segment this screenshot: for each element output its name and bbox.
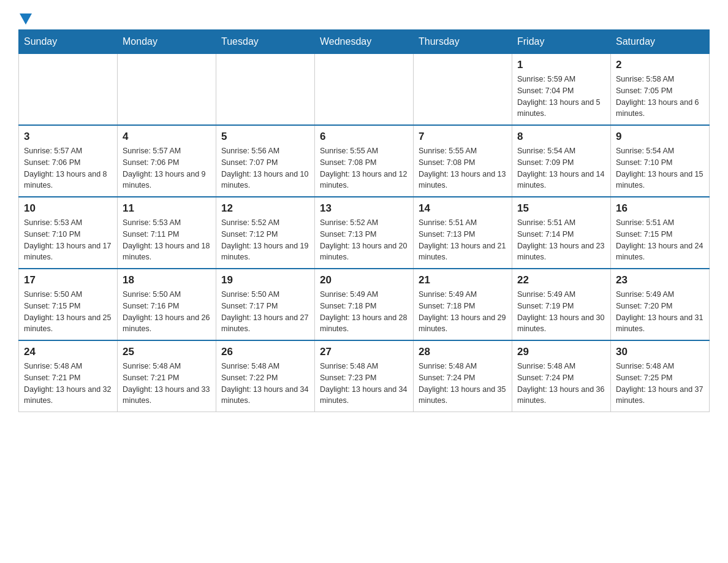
calendar-cell [216,54,315,126]
header-cell-thursday: Thursday [414,30,512,54]
header-cell-sunday: Sunday [19,30,118,54]
day-info: Sunrise: 5:50 AM Sunset: 7:15 PM Dayligh… [24,289,112,335]
day-info: Sunrise: 5:48 AM Sunset: 7:21 PM Dayligh… [24,361,112,407]
day-info: Sunrise: 5:51 AM Sunset: 7:15 PM Dayligh… [616,217,704,263]
day-number: 4 [123,131,211,143]
day-info: Sunrise: 5:54 AM Sunset: 7:09 PM Dayligh… [517,145,605,191]
calendar-cell [118,54,216,126]
day-number: 11 [123,202,211,215]
calendar-cell: 25Sunrise: 5:48 AM Sunset: 7:21 PM Dayli… [118,340,216,412]
calendar-cell: 15Sunrise: 5:51 AM Sunset: 7:14 PM Dayli… [512,197,611,269]
day-info: Sunrise: 5:59 AM Sunset: 7:04 PM Dayligh… [517,74,605,120]
day-number: 24 [24,346,112,358]
calendar-cell: 7Sunrise: 5:55 AM Sunset: 7:08 PM Daylig… [414,125,512,197]
day-number: 28 [419,346,507,358]
week-row-2: 3Sunrise: 5:57 AM Sunset: 7:06 PM Daylig… [19,125,710,197]
day-number: 10 [24,202,112,215]
calendar-cell [19,54,118,126]
day-number: 26 [221,346,309,358]
header-cell-wednesday: Wednesday [315,30,414,54]
day-number: 3 [24,131,112,143]
day-info: Sunrise: 5:49 AM Sunset: 7:18 PM Dayligh… [419,289,507,335]
day-number: 17 [24,274,112,286]
day-info: Sunrise: 5:52 AM Sunset: 7:12 PM Dayligh… [221,217,309,263]
logo-triangle-icon [20,13,32,25]
calendar-cell: 19Sunrise: 5:50 AM Sunset: 7:17 PM Dayli… [216,269,315,340]
header-row: SundayMondayTuesdayWednesdayThursdayFrid… [19,30,710,54]
calendar-cell: 9Sunrise: 5:54 AM Sunset: 7:10 PM Daylig… [611,125,710,197]
day-info: Sunrise: 5:48 AM Sunset: 7:25 PM Dayligh… [616,361,704,407]
calendar-cell: 20Sunrise: 5:49 AM Sunset: 7:18 PM Dayli… [315,269,414,340]
day-info: Sunrise: 5:52 AM Sunset: 7:13 PM Dayligh… [320,217,408,263]
calendar-cell: 13Sunrise: 5:52 AM Sunset: 7:13 PM Dayli… [315,197,414,269]
day-info: Sunrise: 5:55 AM Sunset: 7:08 PM Dayligh… [320,145,408,191]
calendar-cell: 22Sunrise: 5:49 AM Sunset: 7:19 PM Dayli… [512,269,611,340]
day-info: Sunrise: 5:51 AM Sunset: 7:13 PM Dayligh… [419,217,507,263]
calendar-header: SundayMondayTuesdayWednesdayThursdayFrid… [19,30,710,54]
calendar-cell [414,54,512,126]
day-info: Sunrise: 5:53 AM Sunset: 7:11 PM Dayligh… [123,217,211,263]
day-info: Sunrise: 5:57 AM Sunset: 7:06 PM Dayligh… [123,145,211,191]
day-info: Sunrise: 5:49 AM Sunset: 7:19 PM Dayligh… [517,289,605,335]
day-number: 25 [123,346,211,358]
day-info: Sunrise: 5:54 AM Sunset: 7:10 PM Dayligh… [616,145,704,191]
day-number: 18 [123,274,211,286]
day-number: 27 [320,346,408,358]
day-info: Sunrise: 5:58 AM Sunset: 7:05 PM Dayligh… [616,74,704,120]
day-info: Sunrise: 5:48 AM Sunset: 7:22 PM Dayligh… [221,361,309,407]
day-info: Sunrise: 5:51 AM Sunset: 7:14 PM Dayligh… [517,217,605,263]
week-row-5: 24Sunrise: 5:48 AM Sunset: 7:21 PM Dayli… [19,340,710,412]
header-cell-saturday: Saturday [611,30,710,54]
day-number: 5 [221,131,309,143]
header-cell-monday: Monday [118,30,216,54]
week-row-1: 1Sunrise: 5:59 AM Sunset: 7:04 PM Daylig… [19,54,710,126]
day-number: 30 [616,346,704,358]
day-info: Sunrise: 5:48 AM Sunset: 7:24 PM Dayligh… [517,361,605,407]
day-number: 12 [221,202,309,215]
calendar-table: SundayMondayTuesdayWednesdayThursdayFrid… [18,29,710,412]
week-row-3: 10Sunrise: 5:53 AM Sunset: 7:10 PM Dayli… [19,197,710,269]
day-number: 21 [419,274,507,286]
calendar-cell: 17Sunrise: 5:50 AM Sunset: 7:15 PM Dayli… [19,269,118,340]
day-number: 20 [320,274,408,286]
day-info: Sunrise: 5:57 AM Sunset: 7:06 PM Dayligh… [24,145,112,191]
day-number: 16 [616,202,704,215]
day-number: 19 [221,274,309,286]
day-number: 2 [616,59,704,71]
calendar-cell: 2Sunrise: 5:58 AM Sunset: 7:05 PM Daylig… [611,54,710,126]
day-info: Sunrise: 5:55 AM Sunset: 7:08 PM Dayligh… [419,145,507,191]
calendar-cell: 11Sunrise: 5:53 AM Sunset: 7:11 PM Dayli… [118,197,216,269]
day-number: 1 [517,59,605,71]
calendar-cell: 24Sunrise: 5:48 AM Sunset: 7:21 PM Dayli… [19,340,118,412]
day-info: Sunrise: 5:49 AM Sunset: 7:18 PM Dayligh… [320,289,408,335]
day-number: 15 [517,202,605,215]
calendar-cell [315,54,414,126]
day-number: 29 [517,346,605,358]
calendar-body: 1Sunrise: 5:59 AM Sunset: 7:04 PM Daylig… [19,54,710,412]
header-cell-tuesday: Tuesday [216,30,315,54]
day-number: 7 [419,131,507,143]
calendar-cell: 28Sunrise: 5:48 AM Sunset: 7:24 PM Dayli… [414,340,512,412]
day-info: Sunrise: 5:48 AM Sunset: 7:23 PM Dayligh… [320,361,408,407]
calendar-cell: 8Sunrise: 5:54 AM Sunset: 7:09 PM Daylig… [512,125,611,197]
calendar-cell: 3Sunrise: 5:57 AM Sunset: 7:06 PM Daylig… [19,125,118,197]
day-number: 22 [517,274,605,286]
calendar-cell: 10Sunrise: 5:53 AM Sunset: 7:10 PM Dayli… [19,197,118,269]
week-row-4: 17Sunrise: 5:50 AM Sunset: 7:15 PM Dayli… [19,269,710,340]
calendar-cell: 21Sunrise: 5:49 AM Sunset: 7:18 PM Dayli… [414,269,512,340]
calendar-cell: 30Sunrise: 5:48 AM Sunset: 7:25 PM Dayli… [611,340,710,412]
day-number: 6 [320,131,408,143]
day-info: Sunrise: 5:48 AM Sunset: 7:24 PM Dayligh… [419,361,507,407]
day-info: Sunrise: 5:48 AM Sunset: 7:21 PM Dayligh… [123,361,211,407]
day-info: Sunrise: 5:49 AM Sunset: 7:20 PM Dayligh… [616,289,704,335]
day-info: Sunrise: 5:56 AM Sunset: 7:07 PM Dayligh… [221,145,309,191]
calendar-cell: 26Sunrise: 5:48 AM Sunset: 7:22 PM Dayli… [216,340,315,412]
calendar-cell: 29Sunrise: 5:48 AM Sunset: 7:24 PM Dayli… [512,340,611,412]
calendar-cell: 23Sunrise: 5:49 AM Sunset: 7:20 PM Dayli… [611,269,710,340]
day-info: Sunrise: 5:50 AM Sunset: 7:16 PM Dayligh… [123,289,211,335]
logo [18,12,33,23]
page-header [18,12,710,23]
day-info: Sunrise: 5:53 AM Sunset: 7:10 PM Dayligh… [24,217,112,263]
day-number: 13 [320,202,408,215]
header-cell-friday: Friday [512,30,611,54]
